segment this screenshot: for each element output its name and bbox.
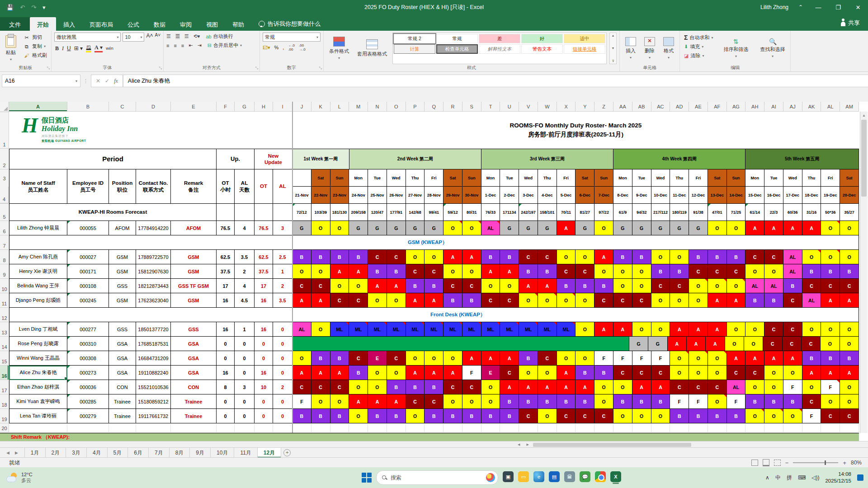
band-left-cell[interactable] bbox=[9, 235, 292, 250]
forecast-cell[interactable]: 209/158 bbox=[349, 204, 368, 221]
align-middle-icon[interactable]: ☰ bbox=[175, 33, 180, 39]
shift-cell[interactable]: B bbox=[425, 380, 443, 394]
forecast-cell[interactable]: 171134 bbox=[500, 204, 519, 221]
shift-cell[interactable]: O bbox=[670, 250, 689, 264]
shift-cell[interactable]: C bbox=[330, 380, 349, 394]
file-explorer-icon[interactable]: ▭ bbox=[518, 471, 529, 482]
shift-cell[interactable]: A bbox=[462, 250, 481, 264]
empty-cell[interactable] bbox=[632, 423, 651, 432]
empty-cell[interactable] bbox=[519, 423, 538, 432]
date-cell[interactable]: 22-Nov bbox=[311, 187, 330, 204]
edge-icon[interactable]: e bbox=[533, 471, 544, 482]
shift-cell[interactable]: A bbox=[783, 221, 802, 235]
shift-cell[interactable]: AL bbox=[292, 322, 311, 337]
shift-cell[interactable]: C bbox=[538, 351, 557, 366]
column-header-H[interactable]: H bbox=[255, 102, 273, 112]
day-cell[interactable]: Fri bbox=[557, 169, 576, 187]
shift-cell[interactable]: F bbox=[689, 394, 708, 409]
column-header-Y[interactable]: Y bbox=[576, 102, 594, 112]
column-header-T[interactable]: T bbox=[481, 102, 500, 112]
shift-cell[interactable]: O bbox=[349, 380, 368, 394]
shift-cell[interactable]: B bbox=[330, 250, 349, 264]
empty-cell[interactable] bbox=[840, 423, 859, 432]
shift-cell[interactable]: C bbox=[670, 279, 689, 293]
day-cell[interactable]: Sat bbox=[311, 169, 330, 187]
row-header-10[interactable]: 10 bbox=[0, 279, 9, 293]
staff-ot2-cell[interactable]: 37.5 bbox=[255, 264, 273, 279]
week-band[interactable]: 1st Week 第一周 bbox=[292, 149, 349, 169]
staff-ot2-cell[interactable]: 0 bbox=[255, 337, 273, 351]
staff-al2-cell[interactable]: 2 bbox=[273, 380, 292, 394]
date-cell[interactable]: 1-Dec bbox=[481, 187, 500, 204]
empty-cell[interactable] bbox=[557, 423, 576, 432]
date-cell[interactable]: 9-Dec bbox=[632, 187, 651, 204]
shift-cell[interactable]: O bbox=[330, 221, 349, 235]
shift-cell[interactable]: A bbox=[519, 279, 538, 293]
shift-cell[interactable]: O bbox=[387, 366, 406, 380]
staff-id-cell[interactable]: 000308 bbox=[67, 351, 109, 366]
merged-green-cell[interactable] bbox=[573, 337, 591, 351]
shift-cell[interactable]: A bbox=[368, 394, 387, 409]
shift-cell[interactable]: C bbox=[443, 279, 462, 293]
borders-icon[interactable]: ⊞ ▾ bbox=[74, 45, 83, 52]
column-header-F[interactable]: F bbox=[217, 102, 235, 112]
shift-cell[interactable]: C bbox=[651, 279, 670, 293]
shift-cell[interactable]: B bbox=[745, 394, 764, 409]
shift-cell[interactable]: O bbox=[840, 337, 859, 351]
shift-cell[interactable]: C bbox=[462, 279, 481, 293]
sheet-tab-scroll[interactable]: ◀▶ bbox=[0, 448, 24, 458]
shift-cell[interactable]: O bbox=[670, 366, 689, 380]
shift-cell[interactable]: C bbox=[840, 279, 859, 293]
forecast-cell[interactable]: 158/101 bbox=[538, 204, 557, 221]
fill-button[interactable]: ⬇填充 ▾ bbox=[683, 43, 714, 51]
shift-cell[interactable]: ML bbox=[538, 322, 557, 337]
shift-cell[interactable]: B bbox=[519, 264, 538, 279]
shift-cell[interactable]: B bbox=[708, 409, 727, 423]
shift-cell[interactable]: A bbox=[557, 366, 576, 380]
shift-cell[interactable]: C bbox=[311, 279, 330, 293]
shift-cell[interactable]: F bbox=[802, 409, 821, 423]
day-cell[interactable]: Thu bbox=[538, 169, 557, 187]
shift-cell[interactable]: C bbox=[481, 293, 500, 308]
staff-name-cell[interactable]: Henry Xie 谢沃明 bbox=[9, 264, 67, 279]
staff-remark-cell[interactable]: GSM bbox=[171, 264, 217, 279]
staff-contact-cell[interactable]: 19117661732 bbox=[136, 409, 171, 423]
shift-cell[interactable]: A bbox=[481, 351, 500, 366]
staff-name-cell[interactable]: Django Peng 彭瑷皓 bbox=[9, 293, 67, 308]
bank-app-icon[interactable]: 🏛 bbox=[564, 471, 575, 482]
staff-al2-cell[interactable]: 0 bbox=[273, 394, 292, 409]
sheet-tab-9月[interactable]: 9月 bbox=[190, 448, 211, 458]
staff-remark-cell[interactable]: AFOM bbox=[171, 221, 217, 235]
shift-cell[interactable]: C bbox=[821, 409, 840, 423]
date-cell[interactable]: 7-Dec bbox=[594, 187, 613, 204]
shift-cell[interactable]: ML bbox=[443, 322, 462, 337]
shift-cell[interactable]: C bbox=[821, 279, 840, 293]
shift-cell[interactable]: C bbox=[576, 264, 594, 279]
empty-cell[interactable] bbox=[67, 423, 109, 432]
cut-button[interactable]: ✂剪切 bbox=[22, 33, 48, 41]
empty-cell[interactable] bbox=[255, 423, 273, 432]
shift-cell[interactable]: A bbox=[632, 380, 651, 394]
column-header-C[interactable]: C bbox=[109, 102, 136, 112]
merged-green-cell[interactable] bbox=[311, 337, 330, 351]
column-header-E[interactable]: E bbox=[171, 102, 217, 112]
start-button[interactable] bbox=[362, 473, 372, 483]
empty-cell[interactable] bbox=[613, 423, 632, 432]
shift-cell[interactable]: O bbox=[500, 279, 519, 293]
ribbon-tab-帮助[interactable]: 帮助 bbox=[225, 17, 251, 31]
shift-cell[interactable]: A bbox=[708, 293, 727, 308]
normal-view-icon[interactable] bbox=[751, 460, 758, 466]
shift-cell[interactable]: C bbox=[349, 351, 368, 366]
shift-cell[interactable]: A bbox=[802, 366, 821, 380]
shift-cell[interactable]: B bbox=[387, 380, 406, 394]
staff-ot-cell[interactable]: 37.5 bbox=[217, 264, 235, 279]
forecast-cell[interactable]: 242/197 bbox=[519, 204, 538, 221]
staff-contact-cell[interactable]: 19110882240 bbox=[136, 366, 171, 380]
staff-ot2-cell[interactable]: 62.5 bbox=[255, 250, 273, 264]
empty-cell[interactable] bbox=[136, 423, 171, 432]
select-all-corner[interactable] bbox=[0, 102, 9, 112]
staff-id-cell[interactable]: 000036 bbox=[67, 380, 109, 394]
staff-al2-cell[interactable]: 3.5 bbox=[273, 293, 292, 308]
forecast-cell[interactable]: 81/27 bbox=[576, 204, 594, 221]
column-header-D[interactable]: D bbox=[136, 102, 171, 112]
